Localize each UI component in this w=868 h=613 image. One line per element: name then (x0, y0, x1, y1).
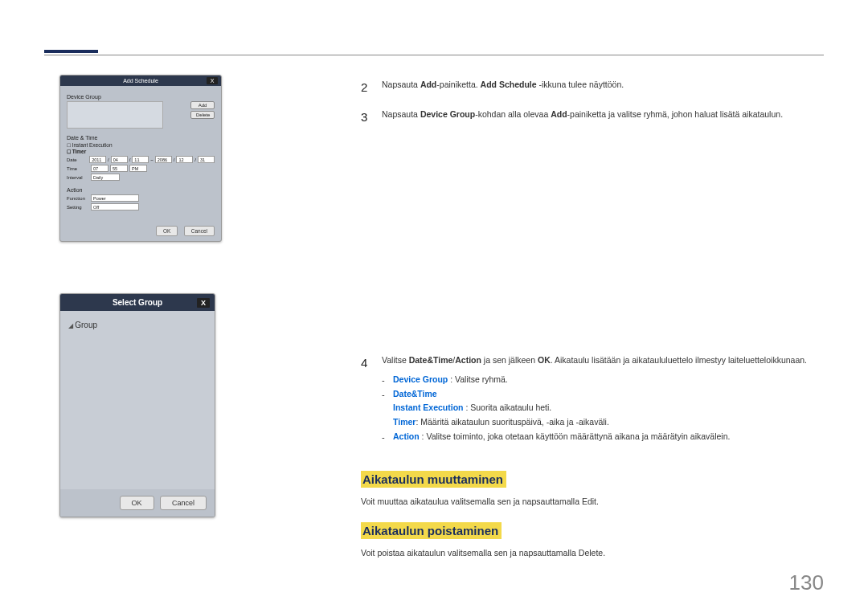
list-item: Action : Valitse toiminto, joka otetaan … (382, 431, 807, 443)
t: Napsauta (382, 80, 420, 89)
bold-add: Add (551, 109, 567, 119)
t: : Suorita aikataulu heti. (464, 403, 552, 412)
step-text: Valitse Date&Time/Action ja sen jälkeen … (382, 354, 807, 445)
header-rule (44, 55, 824, 55)
interval-label: Interval (67, 175, 89, 180)
hl-datetime: Date&Time (393, 389, 437, 398)
heading-modify-schedule: Aikataulun muuttaminen (361, 471, 506, 488)
delete-button[interactable]: Delete (190, 111, 215, 119)
date-row: Date 2011/ 04/ 11 ~ 2086/ 12/ 31 (67, 156, 215, 163)
date-m2[interactable]: 12 (176, 156, 193, 163)
t: ja sen jälkeen (481, 355, 538, 365)
time-label: Time (67, 166, 89, 171)
bold-add-schedule: Add Schedule (481, 80, 537, 89)
hl-edit: Edit (582, 497, 596, 506)
t: Napsauta (382, 109, 420, 119)
setting-label: Setting (67, 205, 89, 210)
t: Voit poistaa aikataulun valitsemalla sen… (361, 548, 579, 558)
t: Voit muuttaa aikataulua valitsemalla sen… (361, 497, 582, 506)
action-label: Action (67, 187, 215, 193)
device-group-buttons: Add Delete (190, 101, 215, 121)
select-group-dialog: Select Group X Group OK Cancel (59, 293, 215, 517)
dialog-footer: OK Cancel (60, 219, 221, 241)
date-y1[interactable]: 2011 (89, 156, 106, 163)
bold-datetime: Date&Time (409, 355, 453, 365)
step-number: 3 (361, 108, 371, 127)
dialog-footer: OK Cancel (60, 489, 215, 517)
function-label: Function (67, 196, 89, 201)
tree-root-item[interactable]: Group (68, 321, 207, 329)
interval-row: Interval Daily (67, 174, 215, 181)
t: -painiketta. (436, 80, 480, 89)
step-3: 3 Napsauta Device Group-kohdan alla olev… (361, 108, 831, 127)
bold-device-group: Device Group (420, 109, 475, 119)
time-h[interactable]: 07 (91, 165, 108, 172)
cancel-button[interactable]: Cancel (160, 496, 207, 510)
group-tree[interactable]: Group (60, 311, 215, 489)
left-column: Add Schedule X Device Group Add Delete D… (59, 75, 232, 569)
hl-action: Action (393, 431, 420, 441)
hl-instant-exec: Instant Execution (393, 403, 464, 412)
close-icon[interactable]: X (197, 298, 210, 308)
para-delete: Voit poistaa aikataulun valitsemalla sen… (361, 547, 831, 560)
list-item: Instant Execution : Suorita aikataulu he… (382, 402, 807, 415)
header-accent (44, 50, 98, 53)
spacer (361, 137, 831, 354)
date-time-label: Date & Time (67, 135, 215, 141)
hl-timer: Timer (393, 417, 416, 427)
t: : Määritä aikataulun suorituspäivä, -aik… (416, 417, 608, 427)
right-column: 2 Napsauta Add-painiketta. Add Schedule … (361, 79, 831, 560)
date-d2[interactable]: 31 (198, 156, 215, 163)
heading-delete-schedule: Aikataulun poistaminen (361, 522, 502, 539)
device-group-list[interactable] (67, 101, 163, 129)
ok-button[interactable]: OK (120, 496, 154, 510)
t: -painiketta ja valitse ryhmä, johon halu… (567, 109, 784, 119)
t: : Valitse toiminto, joka otetaan käyttöö… (420, 431, 731, 441)
bold-ok: OK (538, 355, 551, 365)
page-number: 130 (789, 570, 824, 595)
step-4: 4 Valitse Date&Time/Action ja sen jälkee… (361, 354, 831, 445)
timer-checkbox[interactable]: Timer (67, 149, 215, 154)
date-m1[interactable]: 04 (111, 156, 128, 163)
ok-button[interactable]: OK (156, 226, 178, 236)
t: . Aikataulu lisätään ja aikataululuettel… (551, 355, 807, 365)
step-text: Napsauta Add-painiketta. Add Schedule -i… (382, 79, 624, 97)
add-button[interactable]: Add (190, 101, 215, 109)
step-number: 4 (361, 354, 371, 445)
action-section: Action Function Power Setting Off (67, 187, 215, 210)
dialog-titlebar: Select Group X (60, 294, 215, 311)
t: : Valitse ryhmä. (448, 374, 508, 384)
t: . (603, 548, 605, 558)
hl-device-group: Device Group (393, 374, 448, 384)
date-y2[interactable]: 2086 (155, 156, 172, 163)
bold-action: Action (455, 355, 481, 365)
time-ampm[interactable]: PM (129, 165, 147, 172)
cancel-button[interactable]: Cancel (184, 226, 215, 236)
device-group-label: Device Group (67, 94, 215, 100)
date-d1[interactable]: 11 (132, 156, 149, 163)
t: . (596, 497, 599, 506)
step-number: 2 (361, 79, 371, 97)
t: -kohdan alla olevaa (475, 109, 551, 119)
step-2: 2 Napsauta Add-painiketta. Add Schedule … (361, 79, 831, 97)
dialog-titlebar: Add Schedule X (60, 76, 221, 86)
dialog-body: Device Group Add Delete Date & Time Inst… (60, 86, 221, 219)
step-text: Napsauta Device Group-kohdan alla olevaa… (382, 108, 783, 127)
dialog-title: Select Group (113, 298, 162, 307)
close-icon[interactable]: X (207, 77, 218, 84)
date-label: Date (67, 157, 88, 162)
list-item: Timer: Määritä aikataulun suorituspäivä,… (382, 416, 807, 429)
dialog-title: Add Schedule (123, 78, 158, 84)
setting-row: Setting Off (67, 203, 215, 210)
add-schedule-dialog: Add Schedule X Device Group Add Delete D… (59, 75, 222, 242)
setting-select[interactable]: Off (91, 203, 139, 210)
instant-execution-checkbox[interactable]: Instant Execution (67, 142, 215, 148)
function-row: Function Power (67, 194, 215, 202)
t: Valitse (382, 355, 409, 365)
step-4-sublist: Device Group : Valitse ryhmä. Date&Time … (382, 374, 807, 443)
interval-select[interactable]: Daily (91, 174, 120, 181)
time-m[interactable]: 55 (110, 165, 128, 172)
function-select[interactable]: Power (91, 194, 139, 202)
bold-add: Add (420, 80, 436, 89)
hl-delete: Delete (579, 548, 603, 558)
